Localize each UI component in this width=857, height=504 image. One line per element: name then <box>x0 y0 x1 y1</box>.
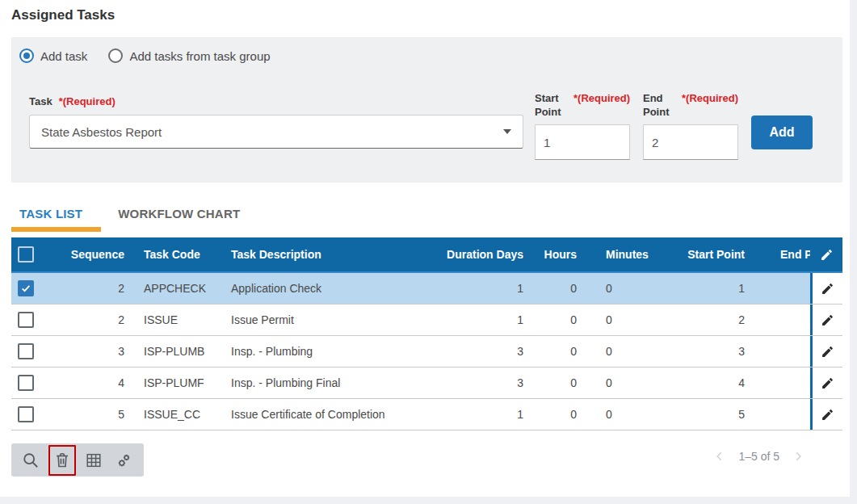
add-mode-radio-group: Add task Add tasks from task group <box>19 48 271 63</box>
delete-button[interactable] <box>48 445 76 476</box>
row-checkbox[interactable] <box>11 336 52 367</box>
header-minutes[interactable]: Minutes <box>583 248 657 261</box>
cell-start-point: 2 <box>657 304 753 335</box>
cell-end-point <box>753 399 810 430</box>
end-point-label: End Point <box>643 92 672 120</box>
header-hours[interactable]: Hours <box>530 248 583 261</box>
checkbox-checked-icon[interactable] <box>18 280 34 296</box>
header-sequence[interactable]: Sequence <box>52 248 132 261</box>
start-point-field-group: Start Point *(Required) <box>535 92 632 160</box>
pencil-icon <box>821 376 834 390</box>
cell-minutes: 0 <box>583 304 657 335</box>
add-button[interactable]: Add <box>751 116 813 149</box>
edit-row-button[interactable] <box>810 399 842 430</box>
cell-end-point <box>753 273 810 304</box>
cell-end-point <box>753 336 810 367</box>
cell-hours: 0 <box>530 304 583 335</box>
cell-start-point: 5 <box>657 399 753 430</box>
cell-sequence: 2 <box>52 273 132 304</box>
checkbox-icon[interactable] <box>18 246 34 262</box>
checkbox-icon[interactable] <box>18 375 34 391</box>
pencil-icon <box>821 313 834 327</box>
row-checkbox[interactable] <box>11 273 52 304</box>
cell-duration-days: 1 <box>417 304 530 335</box>
select-all-checkbox[interactable] <box>11 246 52 262</box>
checkbox-icon[interactable] <box>18 343 34 359</box>
header-duration-days[interactable]: Duration Days <box>417 248 530 261</box>
cell-task-code: ISSUE <box>132 304 223 335</box>
table-row[interactable]: 2 APPCHECK Application Check 1 0 0 1 <box>11 271 842 304</box>
header-start-point[interactable]: Start Point <box>657 248 753 261</box>
table-row[interactable]: 3 ISP-PLUMB Insp. - Plumbing 3 0 0 3 <box>11 336 842 368</box>
task-dropdown[interactable]: State Asbestos Report <box>29 115 523 149</box>
radio-add-tasks-from-group[interactable]: Add tasks from task group <box>108 48 270 63</box>
cell-end-point <box>753 368 810 398</box>
header-task-code[interactable]: Task Code <box>132 248 223 261</box>
cell-task-description: Application Check <box>223 273 417 304</box>
tab-task-list[interactable]: TASK LIST <box>19 207 82 220</box>
task-field-label: Task <box>29 95 53 107</box>
cell-task-code: ISSUE_CC <box>132 399 223 430</box>
table-toolbar <box>11 443 144 477</box>
cell-duration-days: 3 <box>417 368 530 398</box>
search-button[interactable] <box>18 447 44 473</box>
page-background-bottom <box>0 497 857 504</box>
pagination: 1–5 of 5 <box>712 449 805 464</box>
task-dropdown-value: State Asbestos Report <box>41 125 503 139</box>
checkbox-icon[interactable] <box>18 406 34 422</box>
start-point-required-label: *(Required) <box>573 92 630 120</box>
tab-workflow-chart[interactable]: WORKFLOW CHART <box>118 207 240 220</box>
cell-task-code: APPCHECK <box>132 273 223 304</box>
add-task-panel: Add task Add tasks from task group Task … <box>11 37 842 183</box>
cell-sequence: 3 <box>52 336 132 367</box>
cell-duration-days: 1 <box>417 399 530 430</box>
end-point-field-group: End Point *(Required) <box>643 92 740 160</box>
cell-duration-days: 3 <box>417 336 530 367</box>
trash-icon <box>53 452 71 469</box>
edit-row-button[interactable] <box>810 336 842 367</box>
cell-task-description: Issue Certificate of Completion <box>223 399 417 430</box>
pencil-icon <box>820 248 834 262</box>
row-checkbox[interactable] <box>11 399 52 430</box>
active-tab-underline <box>11 227 101 232</box>
end-point-input[interactable] <box>643 124 738 160</box>
table-row[interactable]: 4 ISP-PLUMF Insp. - Plumbing Final 3 0 0… <box>11 368 842 399</box>
actions-button[interactable] <box>111 447 137 473</box>
row-checkbox[interactable] <box>11 304 52 335</box>
header-end-point[interactable]: End Point <box>753 248 810 261</box>
cell-task-code: ISP-PLUMB <box>132 336 223 367</box>
task-table: Sequence Task Code Task Description Dura… <box>11 237 842 430</box>
previous-page-button[interactable] <box>712 449 727 464</box>
cell-hours: 0 <box>530 399 583 430</box>
radio-unselected-icon[interactable] <box>108 48 123 63</box>
edit-row-button[interactable] <box>810 304 842 335</box>
start-point-input[interactable] <box>535 124 630 160</box>
table-row[interactable]: 5 ISSUE_CC Issue Certificate of Completi… <box>11 399 842 430</box>
header-edit-column <box>810 248 842 262</box>
edit-row-button[interactable] <box>810 273 842 304</box>
settings-gears-icon <box>116 452 133 469</box>
cell-minutes: 0 <box>583 399 657 430</box>
cell-sequence: 4 <box>52 368 132 398</box>
table-columns-icon <box>85 452 103 469</box>
table-header-row: Sequence Task Code Task Description Dura… <box>11 237 842 271</box>
view-tabs: TASK LIST WORKFLOW CHART <box>19 207 240 220</box>
page-background-right <box>850 0 857 504</box>
assigned-tasks-page: Assigned Tasks Add task Add tasks from t… <box>0 0 857 504</box>
column-settings-button[interactable] <box>81 447 107 473</box>
radio-add-task[interactable]: Add task <box>19 48 87 63</box>
task-required-label: *(Required) <box>59 95 116 107</box>
search-icon <box>22 452 40 469</box>
next-page-button[interactable] <box>791 449 805 464</box>
row-checkbox[interactable] <box>11 368 52 398</box>
chevron-down-icon <box>503 129 511 134</box>
pencil-icon <box>821 345 834 359</box>
header-task-description[interactable]: Task Description <box>223 248 417 261</box>
edit-row-button[interactable] <box>810 368 842 398</box>
radio-selected-icon[interactable] <box>19 48 34 63</box>
pencil-icon <box>821 282 834 296</box>
table-row[interactable]: 2 ISSUE Issue Permit 1 0 0 2 <box>11 304 842 336</box>
checkbox-icon[interactable] <box>18 312 34 328</box>
cell-minutes: 0 <box>583 336 657 367</box>
cell-hours: 0 <box>530 368 583 398</box>
